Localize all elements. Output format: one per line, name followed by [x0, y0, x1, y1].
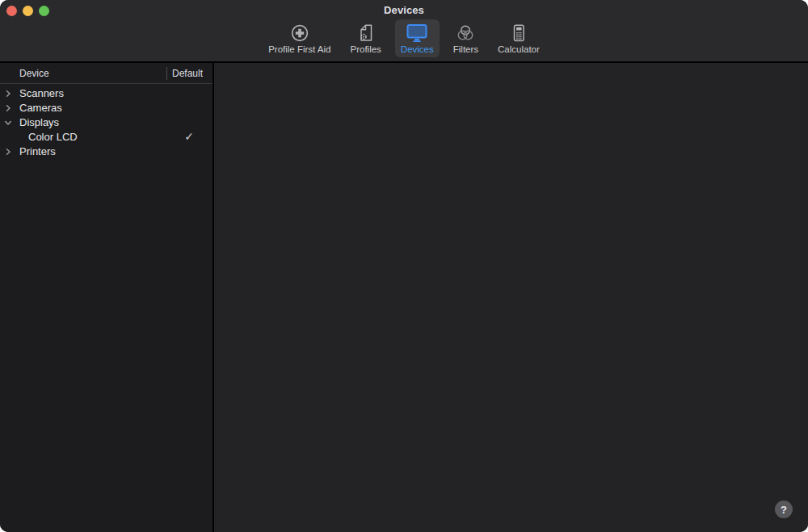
minimize-button[interactable] [23, 6, 33, 16]
zoom-button[interactable] [39, 6, 49, 16]
toolbar-item-devices[interactable]: Devices [395, 19, 440, 57]
device-tree: Scanners Cameras Displays Color LCD [0, 84, 213, 158]
tree-row-displays[interactable]: Displays [0, 115, 213, 129]
tree-row-label: Color LCD [0, 131, 78, 143]
profile-document-icon [356, 23, 377, 44]
toolbar: Profile First Aid Profiles [0, 19, 808, 57]
column-header-device: Device [19, 68, 49, 79]
window-title: Devices [0, 0, 808, 16]
device-list-sidebar: Device Default Scanners Cameras [0, 63, 214, 532]
chevron-right-icon[interactable] [3, 89, 13, 98]
first-aid-icon [289, 23, 310, 44]
colorsync-devices-window: Devices Profile First Aid [0, 0, 808, 532]
toolbar-item-calculator[interactable]: Calculator [492, 19, 545, 57]
toolbar-item-label: Filters [453, 44, 478, 54]
detail-pane: ? [214, 63, 808, 532]
display-icon [406, 23, 428, 44]
tree-row-cameras[interactable]: Cameras [0, 100, 213, 115]
column-divider [166, 67, 167, 80]
chevron-right-icon[interactable] [3, 147, 13, 157]
tree-row-color-lcd[interactable]: Color LCD ✓ [0, 129, 213, 144]
list-header: Device Default [0, 63, 213, 84]
title-bar: Devices Profile First Aid [0, 0, 808, 63]
toolbar-item-label: Calculator [498, 44, 540, 54]
chevron-right-icon[interactable] [3, 103, 13, 113]
default-checkmark-icon: ✓ [166, 130, 212, 143]
chevron-down-icon[interactable] [3, 118, 13, 128]
tree-row-scanners[interactable]: Scanners [0, 86, 213, 100]
traffic-lights [6, 6, 49, 16]
toolbar-item-label: Profiles [350, 44, 381, 54]
help-button[interactable]: ? [775, 501, 793, 518]
toolbar-item-profile-first-aid[interactable]: Profile First Aid [263, 19, 336, 57]
toolbar-item-label: Devices [401, 44, 434, 54]
venn-circles-icon [455, 23, 476, 44]
toolbar-item-filters[interactable]: Filters [448, 19, 484, 57]
tree-row-printers[interactable]: Printers [0, 144, 213, 158]
toolbar-item-label: Profile First Aid [268, 44, 330, 54]
toolbar-item-profiles[interactable]: Profiles [344, 19, 386, 57]
window-content: Device Default Scanners Cameras [0, 63, 808, 532]
close-button[interactable] [6, 6, 17, 16]
column-header-default: Default [172, 68, 203, 79]
calculator-icon [508, 23, 529, 44]
